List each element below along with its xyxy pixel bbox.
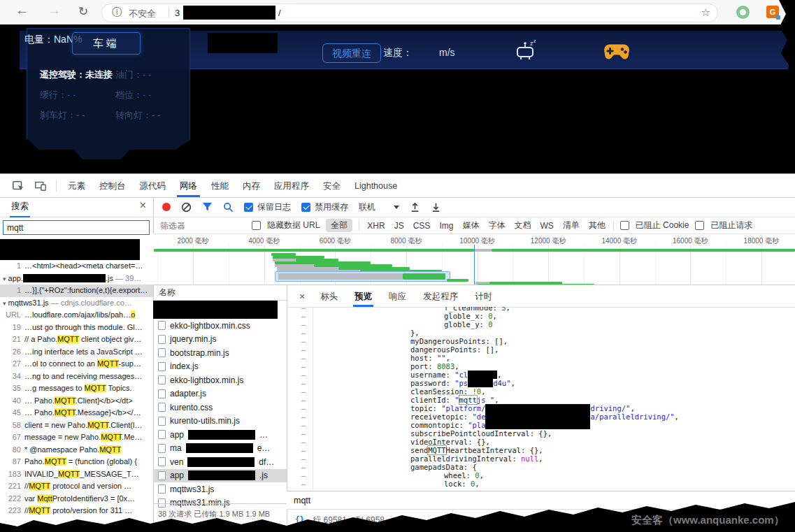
code-line[interactable]: –subscribePointcloudInterval: {},	[287, 429, 795, 438]
network-overview-timeline[interactable]: 2000 毫秒4000 毫秒6000 毫秒8000 毫秒10000 毫秒1200…	[153, 234, 795, 285]
request-row[interactable]: mae…	[153, 442, 287, 456]
code-line[interactable]: –videoInterval: {},	[287, 438, 795, 446]
search-tab-title[interactable]: 搜索	[10, 197, 30, 217]
fold-marker[interactable]: –	[287, 396, 313, 404]
waterfall-bar[interactable]	[474, 249, 491, 252]
request-row[interactable]: app.js	[153, 469, 287, 483]
tab-headers[interactable]: 标头	[312, 286, 346, 307]
code-line[interactable]: –username: "cl,	[287, 371, 795, 379]
search-result-line[interactable]: 183INVALID_MQTT_MESSAGE_T…	[0, 468, 153, 481]
tab-console[interactable]: 控制台	[92, 175, 133, 197]
code-line[interactable]: –sendMQTTHeartbeatInterval: {},	[287, 446, 795, 454]
blocked-cookies-checkbox[interactable]	[620, 221, 629, 230]
search-result-line[interactable]: 58client = new Paho.MQTT.Client(l…	[0, 419, 153, 432]
tab-lighthouse[interactable]: Lighthouse	[348, 175, 404, 197]
request-row[interactable]: app…	[153, 428, 287, 442]
request-row[interactable]: ekko-lightbox.min.css	[153, 319, 287, 333]
fold-marker[interactable]: –	[287, 471, 313, 480]
inspect-element-icon[interactable]	[12, 180, 24, 192]
code-line[interactable]: –globle_y: 0	[287, 320, 795, 329]
tab-performance[interactable]: 性能	[204, 175, 236, 197]
fold-marker[interactable]: –	[287, 320, 313, 329]
waterfall-bar[interactable]	[492, 249, 795, 252]
pretty-print-icon[interactable]: {}	[295, 515, 304, 532]
fold-marker[interactable]: –	[287, 312, 313, 320]
filter-xhr[interactable]: XHR	[366, 221, 386, 231]
page-info-icon[interactable]: ⓘ	[112, 6, 122, 19]
fold-marker[interactable]: –	[287, 454, 313, 463]
tab-timing[interactable]: 计时	[466, 286, 501, 307]
tab-application[interactable]: 应用程序	[267, 175, 316, 197]
filter-media[interactable]: 媒体	[461, 220, 480, 231]
filter-img[interactable]: Img	[438, 221, 454, 231]
back-button[interactable]: ←	[15, 3, 29, 18]
export-har-icon[interactable]	[431, 201, 441, 213]
waterfall-bar[interactable]	[447, 279, 468, 282]
tab-response[interactable]: 响应	[380, 286, 415, 307]
search-result-line[interactable]: 26…ing interface lets a JavaScript …	[0, 346, 153, 359]
fold-marker[interactable]: –	[287, 404, 313, 412]
search-result-line[interactable]: 19…ust go through this module. Gl…	[0, 322, 153, 334]
search-result-line[interactable]: 223//MQTT proto/version for 311 …	[0, 505, 153, 517]
code-line[interactable]: –topic: "platform/driving/",	[287, 404, 795, 412]
fold-marker[interactable]: –	[287, 480, 313, 488]
fold-marker[interactable]: –	[287, 354, 313, 362]
search-result-line[interactable]: 21// a Paho.MQTT client object giv…	[0, 333, 153, 346]
tab-network[interactable]: 网络	[173, 175, 204, 197]
filter-doc[interactable]: 文档	[513, 220, 532, 231]
filter-input[interactable]	[159, 220, 245, 231]
code-line[interactable]: –wheel: 0,	[287, 471, 795, 480]
fold-marker[interactable]: –	[287, 446, 313, 454]
preserve-log-checkbox[interactable]	[244, 203, 253, 212]
fold-marker[interactable]: –	[287, 438, 313, 446]
requests-name-header[interactable]: 名称	[153, 285, 287, 301]
code-line[interactable]: –commontopic: "pla	[287, 421, 795, 429]
code-line[interactable]: –gamepadsData: {	[287, 463, 795, 471]
search-file-row[interactable]: ▾app..js — 39…	[0, 273, 153, 285]
fold-marker[interactable]: –	[287, 362, 313, 371]
code-line[interactable]: –cleanSession: !0,	[287, 387, 795, 396]
filter-font[interactable]: 字体	[487, 220, 506, 231]
fold-marker[interactable]: –	[287, 329, 313, 337]
device-toolbar-icon[interactable]	[34, 180, 47, 192]
request-row[interactable]: jquery.min.js	[153, 333, 287, 347]
code-line[interactable]: –paralleldrivingInterval: null,	[287, 454, 795, 463]
reload-button[interactable]: ↻	[78, 4, 88, 19]
hide-data-url-checkbox[interactable]	[252, 221, 261, 230]
blocked-requests-checkbox[interactable]	[695, 221, 704, 230]
vehicle-mode-button[interactable]: 车端	[72, 32, 141, 55]
search-result-line[interactable]: 87Paho.MQTT = (function (global) {	[0, 456, 153, 468]
close-icon[interactable]: ×	[140, 199, 146, 212]
bookmark-star-icon[interactable]: ☆	[701, 6, 710, 19]
filter-other[interactable]: 其他	[587, 220, 607, 231]
code-line[interactable]: –clientId: "mqttjs_",	[287, 396, 795, 404]
tab-security[interactable]: 安全	[316, 175, 348, 197]
search-result-line[interactable]: 34…ng to and receiving messages…	[0, 371, 153, 383]
fold-marker[interactable]: –	[287, 421, 313, 429]
record-button[interactable]	[162, 203, 171, 211]
search-result-line[interactable]: 80* @namespace Paho.MQTT	[0, 444, 153, 456]
request-row[interactable]: bootstrap.min.js	[153, 346, 287, 360]
filter-js[interactable]: JS	[393, 221, 406, 231]
fold-marker[interactable]: –	[287, 387, 313, 396]
collapse-triangle-icon[interactable]: ▾	[3, 275, 6, 282]
search-icon[interactable]	[223, 202, 234, 213]
search-input[interactable]	[3, 220, 150, 235]
throttling-dropdown[interactable]: 联机	[359, 201, 399, 213]
tab-elements[interactable]: 元素	[61, 175, 92, 197]
fold-marker[interactable]: –	[287, 379, 313, 387]
search-result-line[interactable]: 40… Paho.MQTT.Client}</b></dt>	[0, 395, 153, 408]
fold-marker[interactable]: –	[287, 412, 313, 421]
fold-marker[interactable]: –	[287, 463, 313, 471]
fold-marker[interactable]: –	[287, 337, 313, 345]
close-icon[interactable]: ×	[292, 291, 312, 302]
code-line[interactable]: –dangerousPoints: [],	[287, 345, 795, 354]
filter-ws[interactable]: WS	[538, 221, 554, 231]
collapse-triangle-icon[interactable]: ▾	[3, 300, 6, 307]
request-row[interactable]: vendf…	[153, 455, 287, 469]
waterfall-bar[interactable]	[403, 273, 445, 280]
search-file-row[interactable]: ▾mqttws31.js — cdnjs.cloudflare.co…	[0, 297, 153, 310]
request-row[interactable]: index.js	[153, 360, 287, 374]
search-result-line[interactable]: 67message = new Paho.MQTT.Me…	[0, 431, 153, 444]
search-result-line[interactable]: URL…loudflare.com/ajax/libs/pah…o	[0, 309, 153, 322]
